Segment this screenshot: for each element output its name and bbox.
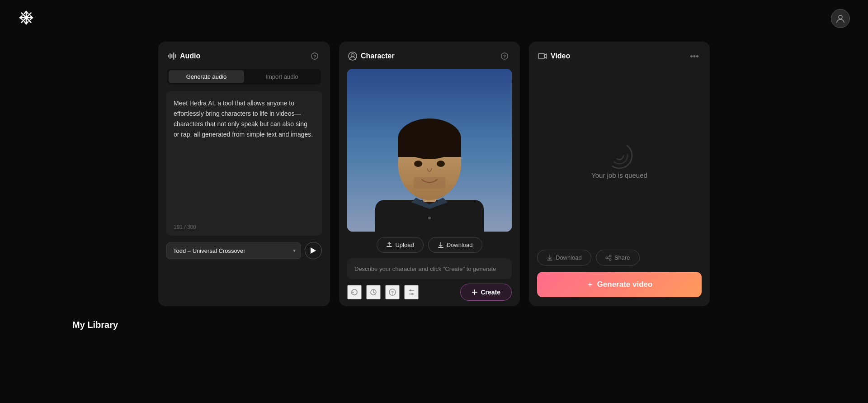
svg-rect-31 [398, 139, 461, 157]
video-share-button[interactable]: Share [596, 250, 640, 266]
download-icon [547, 255, 553, 261]
character-image-area [347, 69, 512, 232]
video-card-header-left: Video [538, 52, 570, 61]
audio-char-count: 191 / 300 [174, 224, 196, 230]
character-card-header-left: Character [348, 52, 395, 61]
audio-selector-row: Todd – Universal Crossover ▾ [166, 242, 322, 259]
refresh-icon-button[interactable] [347, 285, 362, 299]
topbar [0, 0, 868, 37]
character-description-area[interactable]: Describe your character and click "Creat… [347, 258, 512, 279]
video-queued-area: Your job is queued [529, 69, 710, 250]
library-title: My Library [72, 320, 796, 330]
history-icon-button[interactable] [366, 285, 381, 299]
svg-point-50 [611, 147, 627, 164]
svg-point-51 [615, 152, 623, 160]
svg-point-48 [696, 55, 698, 57]
video-more-options-button[interactable] [688, 50, 701, 62]
character-portrait [347, 69, 512, 232]
character-card-header: Character ? [339, 42, 520, 69]
svg-rect-36 [387, 246, 392, 247]
svg-text:?: ? [313, 54, 316, 59]
svg-point-46 [690, 55, 693, 57]
character-description-placeholder: Describe your character and click "Creat… [354, 266, 496, 272]
svg-line-57 [608, 258, 609, 259]
play-audio-button[interactable] [305, 242, 322, 259]
svg-line-56 [608, 256, 609, 257]
audio-tab-group: Generate audio Import audio [167, 69, 321, 85]
generate-video-button[interactable]: Generate video [537, 272, 702, 297]
voice-select[interactable]: Todd – Universal Crossover [166, 242, 301, 259]
audio-card: Audio ? Generate audio Import audio Meet… [158, 42, 330, 306]
upload-icon [386, 242, 392, 248]
svg-point-12 [839, 15, 842, 19]
svg-point-49 [607, 143, 632, 168]
svg-point-35 [428, 217, 431, 219]
svg-point-54 [609, 259, 611, 261]
audio-card-header-left: Audio [167, 52, 200, 61]
video-action-buttons: Download Share [537, 250, 702, 266]
svg-text:?: ? [391, 290, 394, 295]
video-download-button[interactable]: Download [537, 250, 591, 266]
create-character-button[interactable]: Create [460, 284, 512, 301]
svg-marker-20 [311, 247, 316, 254]
svg-rect-13 [168, 55, 169, 57]
svg-point-53 [609, 255, 611, 257]
queued-status-text: Your job is queued [591, 171, 647, 179]
character-help-button[interactable]: ? [498, 50, 511, 62]
audio-text-area[interactable]: Meet Hedra AI, a tool that allows anyone… [166, 91, 322, 236]
download-icon [438, 242, 444, 248]
svg-rect-37 [438, 247, 443, 248]
account-avatar-button[interactable] [831, 9, 850, 28]
audio-help-button[interactable]: ? [308, 50, 321, 62]
svg-point-33 [437, 161, 445, 167]
audio-card-title: Audio [180, 52, 200, 60]
svg-point-42 [410, 289, 411, 291]
sparkle-icon [586, 281, 594, 288]
svg-point-22 [351, 54, 354, 57]
character-help-icon-button[interactable]: ? [385, 285, 400, 299]
character-card: Character ? [339, 42, 520, 306]
character-icon [348, 52, 357, 61]
character-card-title: Character [361, 52, 395, 60]
svg-rect-34 [414, 177, 445, 189]
video-card-title: Video [551, 52, 570, 60]
sliders-icon-button[interactable] [404, 285, 419, 299]
main-panels: Audio ? Generate audio Import audio Meet… [0, 42, 868, 306]
svg-point-55 [606, 257, 608, 259]
character-upload-button[interactable]: Upload [377, 237, 423, 253]
svg-rect-45 [538, 53, 544, 59]
logo [18, 9, 34, 28]
svg-point-44 [411, 293, 413, 295]
my-library-section: My Library [0, 306, 868, 330]
audio-waveform-icon [167, 52, 176, 61]
character-tool-icons: ? [347, 285, 419, 299]
plus-icon [472, 289, 478, 295]
svg-rect-16 [173, 52, 175, 60]
import-audio-tab[interactable]: Import audio [244, 70, 320, 83]
more-options-icon [690, 55, 698, 57]
character-download-button[interactable]: Download [428, 237, 482, 253]
svg-point-47 [693, 55, 696, 57]
svg-rect-17 [175, 54, 176, 58]
character-actions: Upload Download [347, 237, 512, 253]
character-bottom-row: ? Create [347, 284, 512, 301]
voice-select-wrapper: Todd – Universal Crossover ▾ [166, 242, 301, 259]
video-card: Video Your job is queued [529, 42, 710, 306]
svg-rect-52 [547, 260, 552, 261]
share-icon [605, 255, 612, 261]
audio-text-content: Meet Hedra AI, a tool that allows anyone… [174, 98, 315, 140]
svg-rect-15 [171, 54, 173, 58]
video-icon [538, 52, 547, 61]
audio-card-header: Audio ? [158, 42, 330, 69]
video-card-header: Video [529, 42, 710, 69]
spinner-icon [604, 140, 635, 171]
generate-audio-tab[interactable]: Generate audio [169, 70, 244, 83]
svg-text:?: ? [503, 54, 506, 59]
svg-point-32 [414, 161, 422, 167]
svg-rect-14 [170, 53, 171, 59]
